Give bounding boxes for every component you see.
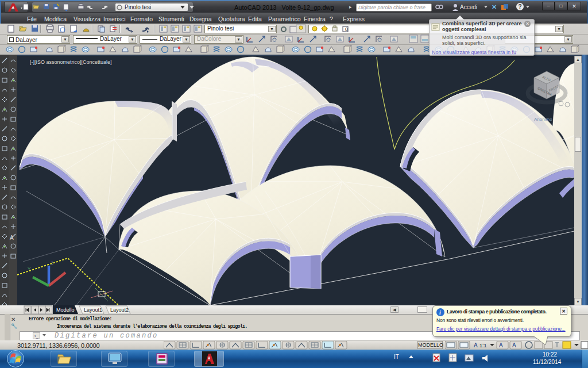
- svg-text:Layout1: Layout1: [84, 307, 102, 313]
- svg-text:Layout2: Layout2: [110, 307, 129, 313]
- svg-text:Z: Z: [51, 260, 53, 266]
- svg-text:i: i: [439, 309, 441, 316]
- svg-text:1:1: 1:1: [479, 343, 487, 348]
- svg-text:Anonimo: Anonimo: [534, 117, 552, 122]
- svg-text:A: A: [10, 235, 14, 241]
- svg-text:A: A: [499, 342, 503, 348]
- svg-text:0: 0: [345, 26, 348, 32]
- svg-text:A: A: [474, 342, 478, 348]
- svg-text:A: A: [512, 342, 516, 348]
- svg-text:[-][ISO assonometrico][Concett: [-][ISO assonometrico][Concettuale]: [30, 59, 112, 65]
- svg-text:Modello: Modello: [56, 307, 75, 313]
